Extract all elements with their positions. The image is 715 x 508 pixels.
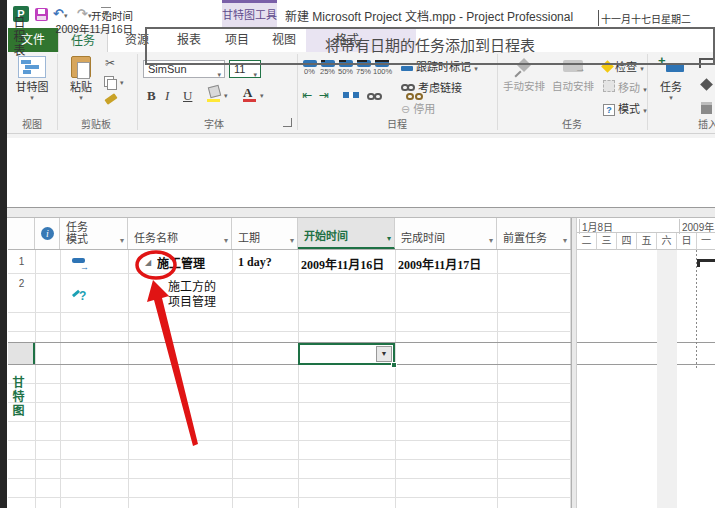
mode-icon: ?: [603, 104, 615, 116]
save-icon[interactable]: [35, 8, 48, 21]
bold-button[interactable]: B: [147, 88, 156, 104]
duration-cell[interactable]: 1 day?: [238, 255, 294, 270]
group-divider: [647, 54, 648, 130]
chevron-down-icon: ▾: [640, 65, 644, 72]
gantt-chart-icon: [18, 56, 46, 78]
respect-links-icon: [401, 83, 415, 92]
info-icon: i: [41, 227, 54, 240]
move-button[interactable]: 移动 ▾: [603, 79, 647, 95]
grid-line: [395, 250, 396, 508]
finish-date-cell[interactable]: 2009年11月17日: [398, 255, 495, 273]
chevron-down-icon[interactable]: ▾: [224, 92, 228, 100]
gantt-timescale-top: 1月8日 2009年: [577, 218, 715, 233]
insert-deliverable-icon[interactable]: [701, 102, 712, 114]
gantt-weekday-cell: 六: [657, 233, 677, 250]
paste-icon: [71, 56, 91, 78]
row-line: [8, 421, 571, 422]
row-number-header[interactable]: [8, 218, 35, 249]
column-header-task-name[interactable]: 任务名称 ▾: [128, 218, 232, 249]
paste-button[interactable]: 粘贴 ▾: [63, 56, 99, 102]
selected-row-header[interactable]: [8, 343, 35, 364]
chevron-down-icon: ▾: [63, 94, 99, 102]
column-header-finish[interactable]: 完成时间 ▾: [395, 218, 497, 249]
fill-handle[interactable]: [391, 362, 397, 368]
chevron-down-icon: ▾: [290, 236, 294, 245]
outdent-task-icon[interactable]: ⇤: [302, 88, 312, 102]
row-line: [8, 478, 571, 479]
column-header-task-mode[interactable]: 任务模式 ▾: [60, 218, 128, 249]
cell-dropdown-button[interactable]: ▼: [376, 346, 392, 362]
auto-scheduled-mode-icon[interactable]: →: [72, 257, 88, 269]
contextual-tab-group-header: 甘特图工具: [222, 0, 277, 28]
timeline-pane[interactable]: [7, 134, 715, 207]
pane-splitter[interactable]: [7, 207, 715, 218]
copy-icon[interactable]: [104, 76, 116, 88]
row-line: [8, 402, 571, 403]
gantt-button-label: 甘特图: [11, 78, 53, 94]
chevron-down-icon: ▾: [253, 66, 257, 83]
selected-cell-start-date[interactable]: ▼: [298, 343, 395, 365]
grid-line: [497, 250, 498, 508]
column-header-start[interactable]: 开始时间 ▾: [298, 218, 395, 249]
chevron-down-icon: ▾: [387, 234, 391, 243]
background-color-button[interactable]: [207, 86, 221, 102]
column-header-predecessors[interactable]: 前置任务 ▾: [497, 218, 571, 249]
info-column-header[interactable]: i: [35, 218, 60, 249]
gantt-weekday-cell: 一: [697, 233, 715, 250]
window-left-edge: [0, 0, 7, 508]
link-tasks-icon[interactable]: [367, 92, 383, 101]
chevron-down-icon: ▾: [224, 236, 228, 245]
chevron-down-icon: ▾: [11, 94, 53, 102]
italic-button[interactable]: I: [165, 88, 169, 104]
group-divider: [137, 54, 138, 130]
row-line: [8, 331, 571, 332]
cut-icon[interactable]: ✂: [105, 56, 115, 70]
indent-task-icon[interactable]: ⇥: [319, 88, 329, 102]
chevron-down-icon: ▾: [474, 65, 478, 72]
group-divider: [57, 54, 58, 130]
manually-scheduled-mode-icon[interactable]: ?: [72, 290, 88, 304]
gantt-chart-button[interactable]: 甘特图 ▾: [11, 56, 53, 102]
mode-button[interactable]: ? 模式 ▾: [603, 100, 647, 116]
group-label-clipboard: 剪贴板: [59, 116, 133, 130]
timeline-hint-box[interactable]: 将带有日期的任务添加到日程表: [145, 27, 715, 65]
group-label-tasks: 任务: [499, 116, 645, 130]
mark-on-track-icon: [401, 66, 413, 71]
timeline-pane-label: 日程表: [10, 16, 27, 58]
group-label-schedule: 日程: [299, 116, 495, 130]
format-painter-icon[interactable]: [104, 93, 117, 105]
grid-line: [298, 250, 299, 508]
weekend-shading: [657, 250, 677, 508]
row-line: [8, 440, 571, 441]
underline-button[interactable]: U: [183, 88, 192, 104]
respect-links-button[interactable]: 考虑链接: [401, 79, 462, 95]
column-header-duration[interactable]: 工期 ▾: [232, 218, 298, 249]
timeline-start-caption: 开始时间: [56, 10, 133, 23]
group-label-view: 视图: [11, 116, 53, 130]
row-number[interactable]: 2: [8, 278, 35, 289]
inactivate-button[interactable]: ⊖ 停用: [401, 100, 435, 116]
chevron-down-icon: ▾: [653, 94, 689, 102]
group-divider: [297, 54, 298, 130]
chevron-down-icon[interactable]: ▾: [120, 79, 124, 87]
grid-line: [128, 250, 129, 508]
gantt-weekday-cell: 日: [677, 233, 697, 250]
summary-task-bar[interactable]: [697, 259, 715, 267]
task-name-cell[interactable]: 施工管理: [157, 254, 227, 272]
chevron-down-icon[interactable]: ▾: [260, 92, 264, 100]
font-color-button[interactable]: A: [243, 85, 257, 102]
task-name-cell[interactable]: 项目管理: [168, 292, 230, 310]
row-line: [8, 459, 571, 460]
chevron-down-icon: ▾: [489, 236, 493, 245]
split-task-icon[interactable]: [343, 92, 359, 98]
timeline-current-date-tick: [598, 10, 599, 26]
insert-milestone-icon[interactable]: [700, 78, 713, 91]
collapse-triangle-icon[interactable]: ◢: [145, 258, 151, 267]
row-line: [8, 273, 571, 274]
gantt-weekday-cell: 五: [637, 233, 657, 250]
table-chart-splitter[interactable]: [571, 218, 577, 508]
font-dialog-launcher-icon[interactable]: [283, 118, 292, 127]
row-number[interactable]: 1: [8, 256, 35, 267]
start-date-cell[interactable]: 2009年11月16日: [301, 255, 393, 273]
group-label-insert: 插入: [693, 116, 715, 130]
